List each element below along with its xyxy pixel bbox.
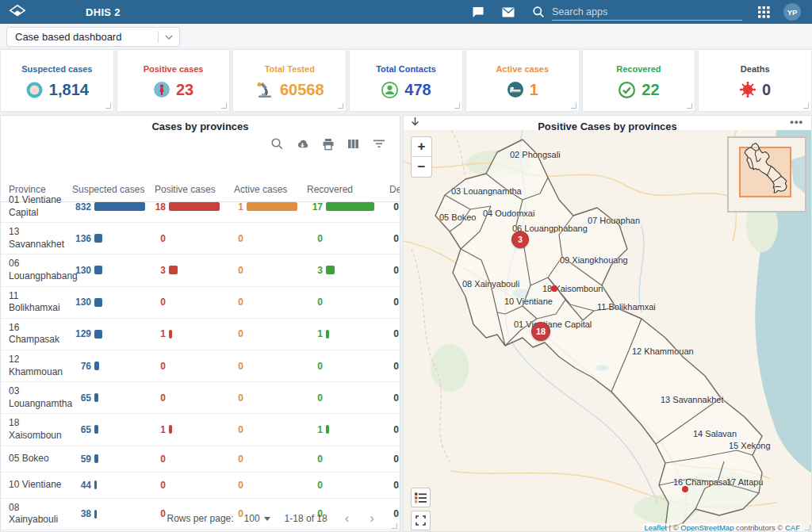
card-resize-handle[interactable] — [687, 103, 692, 109]
province-cell: 01 Vientiane Capital — [1, 194, 71, 219]
previous-page-button[interactable]: ‹ — [342, 511, 353, 526]
recovered-cell: 1 — [305, 424, 380, 435]
province-cell: 10 Vientiane — [1, 479, 71, 492]
card-resize-handle[interactable] — [221, 103, 227, 109]
print-icon[interactable] — [321, 137, 335, 151]
map-more-options-icon[interactable]: ••• — [790, 116, 803, 128]
card-resize-handle[interactable] — [338, 103, 343, 109]
navbar-right-cluster: YP — [468, 0, 812, 24]
chevron-down-icon[interactable] — [159, 35, 179, 40]
user-avatar[interactable]: YP — [783, 3, 801, 21]
stat-card-total-tested[interactable]: Total Tested60568 — [232, 49, 347, 112]
positive-cell: 1 — [153, 328, 232, 339]
search-icon[interactable] — [270, 137, 284, 151]
top-navbar: DHIS 2 — [0, 0, 812, 24]
rows-per-page-control[interactable]: Rows per page: 100 — [167, 513, 270, 524]
rows-per-page-label: Rows per page: — [167, 513, 234, 524]
search-apps-input[interactable] — [552, 6, 742, 17]
caf-link[interactable]: CAF — [785, 523, 800, 532]
filter-icon[interactable] — [372, 137, 385, 151]
table-row: 16 Champasak1291010 — [1, 319, 400, 350]
recovered-cell: 0 — [305, 361, 380, 372]
map-label-14-salavan: 14 Salavan — [693, 429, 737, 438]
leaflet-map[interactable]: + − — [404, 130, 812, 532]
map-fullscreen-button[interactable] — [411, 511, 431, 530]
stat-card-total-contacts[interactable]: Total Contacts478 — [349, 49, 463, 112]
dashboard-selector-bar: Case based dashboard — [0, 24, 812, 48]
deaths-cell: 0 — [380, 480, 400, 491]
suspected-bar — [94, 266, 102, 274]
case-cluster-marker-3[interactable]: 3 — [511, 231, 529, 248]
map-label-02-phongsali: 02 Phongsali — [510, 150, 561, 159]
dashboard-selector[interactable]: Case based dashboard — [6, 27, 180, 47]
map-label-03-louangnamtha: 03 Louangnamtha — [451, 186, 522, 196]
map-label-04-oudomxai: 04 Oudomxai — [483, 209, 534, 218]
table-row: 11 Bolikhamxai1300000 — [1, 287, 400, 319]
suspected-bar — [94, 480, 97, 489]
interpretations-chat-icon[interactable] — [468, 0, 488, 24]
recovered-cell: 0 — [305, 233, 380, 244]
active-cell: 0 — [232, 361, 305, 372]
map-label-11-bolikhamxai: 11 Bolikhamxai — [597, 302, 656, 312]
openstreetmap-link[interactable]: OpenStreetMap — [680, 523, 733, 532]
province-cell: 03 Louangnamtha — [1, 385, 71, 410]
stat-card-positive-cases[interactable]: Positive cases23 — [117, 49, 231, 112]
card-resize-handle[interactable] — [803, 103, 809, 109]
search-icon[interactable] — [528, 0, 549, 24]
positive-bar — [169, 425, 172, 434]
case-cluster-marker-18[interactable]: 18 — [531, 322, 550, 341]
active-cell: 0 — [232, 328, 305, 339]
zoom-in-button[interactable]: + — [412, 137, 431, 157]
zoom-out-button[interactable]: − — [412, 157, 431, 177]
messages-mail-icon[interactable] — [498, 0, 519, 24]
apps-grid-icon[interactable] — [753, 0, 774, 24]
positive-cell: 0 — [153, 454, 232, 465]
province-cell: 18 Xaisomboun — [1, 417, 71, 442]
next-page-button[interactable]: › — [366, 511, 377, 526]
overview-minimap[interactable] — [727, 136, 806, 212]
check-circle-icon — [618, 81, 636, 99]
map-resize-handle[interactable] — [805, 525, 810, 530]
rows-per-page-caret-icon — [264, 517, 270, 521]
stat-card-recovered[interactable]: Recovered22 — [582, 49, 696, 112]
case-point-marker[interactable] — [551, 285, 557, 292]
active-cell: 0 — [232, 233, 305, 244]
card-label: Total Tested — [265, 64, 315, 74]
table-panel-title: Cases by provinces — [1, 116, 400, 132]
leaflet-link[interactable]: Leaflet — [644, 523, 667, 532]
card-value: 60568 — [280, 81, 324, 99]
map-label-15-xekong: 15 Xekong — [729, 441, 771, 450]
card-label: Total Contacts — [376, 64, 436, 74]
case-point-marker[interactable] — [682, 486, 688, 492]
positive-cell: 0 — [153, 361, 232, 372]
deaths-cell: 0 — [380, 424, 400, 435]
card-resize-handle[interactable] — [454, 103, 460, 109]
map-label-13-savannakhet: 13 Savannakhet — [661, 395, 724, 404]
map-label-01-vientiane-capital: 01 Vientiane Capital — [514, 320, 592, 329]
card-resize-handle[interactable] — [571, 103, 576, 109]
panel-resize-handle[interactable] — [392, 523, 397, 529]
table-row: 18 Xaisomboun651010 — [1, 414, 400, 446]
card-value: 1,814 — [49, 81, 89, 99]
map-legend-button[interactable] — [411, 488, 431, 507]
positive-bar — [169, 202, 220, 211]
deaths-cell: 0 — [380, 454, 400, 465]
microscope-icon — [255, 81, 274, 99]
deaths-cell: 0 — [380, 201, 400, 212]
dhis2-logo[interactable] — [0, 0, 35, 24]
stat-card-active-cases[interactable]: Active cases1 — [465, 49, 580, 112]
card-resize-handle[interactable] — [105, 103, 111, 109]
stat-card-suspected-cases[interactable]: Suspected cases1,814 — [0, 49, 114, 112]
map-download-icon[interactable] — [410, 117, 420, 131]
stat-cards-row: Suspected cases1,814Positive cases23Tota… — [0, 49, 812, 112]
app-title: DHIS 2 — [86, 6, 121, 18]
province-cell: 11 Bolikhamxai — [1, 290, 71, 315]
province-cell: 06 Louangphabang — [1, 258, 71, 282]
cloud-download-icon[interactable] — [296, 137, 309, 151]
positive-cell: 0 — [153, 297, 232, 308]
positive-cases-map-panel: Positive Cases by provinces ••• — [403, 115, 812, 532]
map-header: Positive Cases by provinces ••• — [404, 116, 811, 130]
suspected-bar — [94, 298, 102, 307]
columns-icon[interactable] — [347, 137, 360, 151]
stat-card-deaths[interactable]: Deaths0 — [698, 49, 812, 112]
